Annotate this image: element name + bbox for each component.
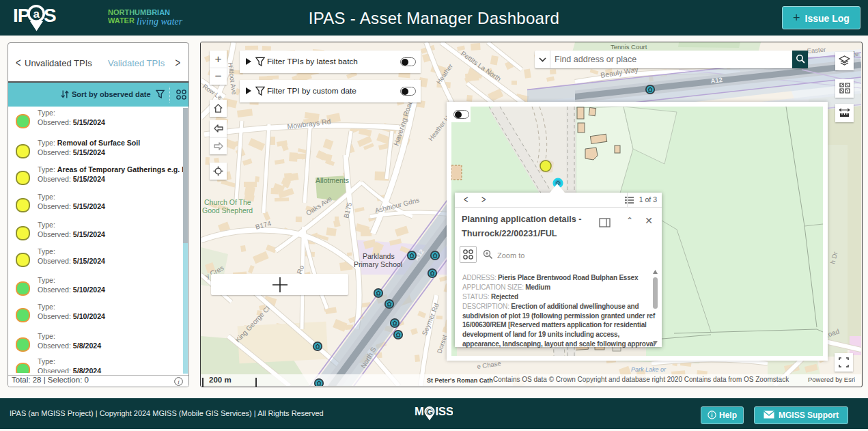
- svg-text:i: i: [178, 378, 180, 385]
- svg-text:Church Of The: Church Of The: [204, 198, 251, 206]
- svg-text:ISS: ISS: [436, 405, 453, 417]
- svg-text:Parklands: Parklands: [363, 252, 395, 260]
- svg-text:M: M: [415, 405, 424, 417]
- svg-text:Tennis Court: Tennis Court: [611, 43, 647, 51]
- svg-text:Good Shepherd: Good Shepherd: [202, 206, 253, 214]
- svg-text:G: G: [427, 408, 432, 416]
- svg-text:A12: A12: [710, 76, 723, 85]
- svg-text:Primary School: Primary School: [354, 260, 402, 268]
- svg-text:Allotments: Allotments: [316, 176, 349, 184]
- svg-text:Park Lake or: Park Lake or: [631, 366, 667, 373]
